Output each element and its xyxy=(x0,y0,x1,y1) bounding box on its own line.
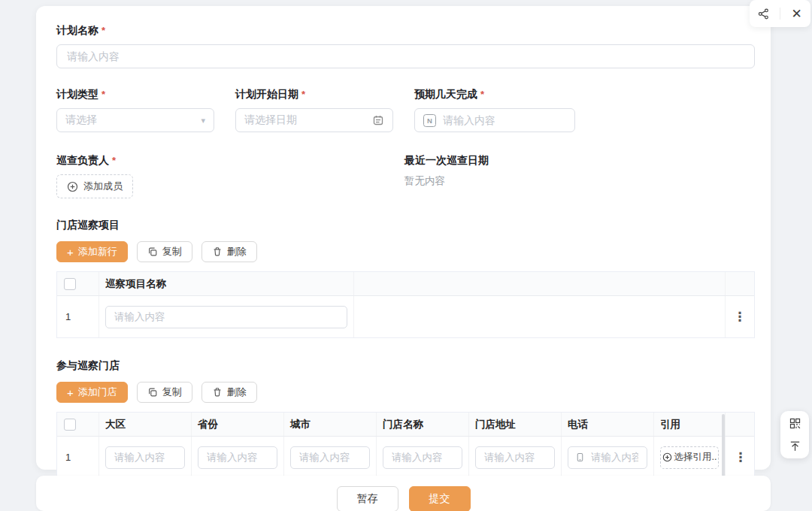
row-spacer xyxy=(354,296,726,337)
stores-section-toolbar: + 添加门店 复制 删除 xyxy=(56,382,755,403)
required-mark: * xyxy=(102,89,105,100)
city-input-field[interactable] xyxy=(298,451,362,464)
items-col-header: 巡察项目名称 xyxy=(99,272,354,295)
plan-name-label: 计划名称* xyxy=(56,23,755,38)
expected-days-label: 预期几天完成* xyxy=(414,86,575,102)
close-icon[interactable]: ✕ xyxy=(786,2,808,25)
calendar-icon xyxy=(372,114,384,126)
items-section-title: 门店巡察项目 xyxy=(56,219,755,232)
plan-name-input[interactable] xyxy=(56,44,755,68)
select-reference-button[interactable]: 选择引用.. xyxy=(660,446,719,469)
submit-button[interactable]: 提交 xyxy=(409,486,471,511)
items-table: 巡察项目名称 1 ⋮ xyxy=(56,271,755,338)
last-inspection-label: 最近一次巡查日期 xyxy=(404,153,489,168)
col-header-phone: 电话 xyxy=(562,413,654,436)
col-header-province: 省份 xyxy=(192,413,284,436)
stores-table-header: 大区 省份 城市 门店名称 门店地址 电话 引用 xyxy=(57,413,754,437)
select-all-checkbox[interactable] xyxy=(64,278,76,290)
expected-days-input-field[interactable] xyxy=(441,113,566,127)
last-inspection-empty: 暂无内容 xyxy=(404,174,489,188)
required-mark: * xyxy=(301,89,305,100)
row-more-icon[interactable]: ⋮ xyxy=(734,310,747,323)
row-index: 1 xyxy=(63,452,71,463)
col-header-store-name: 门店名称 xyxy=(377,413,469,436)
province-input-field[interactable] xyxy=(205,451,270,464)
address-input-field[interactable] xyxy=(483,451,547,464)
province-input[interactable] xyxy=(198,446,277,469)
phone-icon xyxy=(575,452,585,462)
items-section-toolbar: + 添加新行 复制 删除 xyxy=(56,241,755,262)
side-panel xyxy=(780,411,809,458)
trash-icon xyxy=(212,387,223,398)
start-date-placeholder: 请选择日期 xyxy=(244,113,367,127)
select-all-checkbox[interactable] xyxy=(64,419,76,431)
items-col-actions xyxy=(726,272,754,295)
col-header-city: 城市 xyxy=(284,413,377,436)
col-header-actions xyxy=(726,413,756,436)
plan-type-placeholder: 请选择 xyxy=(65,113,195,127)
items-col-spacer xyxy=(354,272,726,295)
form-row-3: 巡查负责人* 添加成员 最近一次巡查日期 暂无内容 xyxy=(56,153,755,199)
number-icon: N xyxy=(423,114,436,127)
required-mark: * xyxy=(102,25,105,36)
plan-name-input-field[interactable] xyxy=(65,50,746,63)
item-name-input[interactable] xyxy=(105,306,347,328)
add-store-button[interactable]: + 添加门店 xyxy=(56,382,128,403)
expected-days-input[interactable]: N xyxy=(414,108,575,132)
copy-icon xyxy=(147,387,158,398)
plus-icon: + xyxy=(67,387,74,398)
add-member-label: 添加成员 xyxy=(83,180,123,193)
form-row-2: 计划类型* 请选择 ▾ 计划开始日期* 请选择日期 xyxy=(56,86,755,132)
row-index: 1 xyxy=(63,311,71,322)
phone-input[interactable] xyxy=(568,446,647,469)
plan-type-label: 计划类型* xyxy=(56,86,214,102)
toolbar-divider xyxy=(780,8,780,20)
start-date-label: 计划开始日期* xyxy=(235,86,393,102)
required-mark: * xyxy=(480,89,484,100)
add-member-button[interactable]: 添加成员 xyxy=(56,174,133,198)
table-scrollbar[interactable] xyxy=(722,414,725,476)
delete-button[interactable]: 删除 xyxy=(201,241,257,262)
col-header-reference: 引用 xyxy=(654,413,726,436)
city-input[interactable] xyxy=(290,446,370,469)
col-header-region: 大区 xyxy=(99,413,192,436)
trash-icon xyxy=(212,246,223,257)
items-table-header: 巡察项目名称 xyxy=(57,272,754,296)
item-name-input-field[interactable] xyxy=(113,310,340,323)
required-mark: * xyxy=(112,155,116,166)
plus-icon: + xyxy=(67,246,74,258)
stores-section-title: 参与巡察门店 xyxy=(56,359,755,373)
start-date-picker[interactable]: 请选择日期 xyxy=(235,108,393,132)
copy-icon xyxy=(147,246,158,257)
window-toolbar: ✕ xyxy=(750,0,810,27)
back-to-top-icon[interactable] xyxy=(785,436,804,455)
copy-button[interactable]: 复制 xyxy=(137,382,192,403)
table-row: 1 ⋮ xyxy=(57,296,754,337)
row-more-icon[interactable]: ⋮ xyxy=(735,451,747,464)
chevron-down-icon: ▾ xyxy=(201,116,205,125)
stores-table: 大区 省份 城市 门店名称 门店地址 电话 引用 1 xyxy=(56,412,755,479)
footer-bar: 暂存 提交 xyxy=(36,476,771,511)
address-input[interactable] xyxy=(475,446,555,469)
store-name-input-field[interactable] xyxy=(390,451,455,464)
select-reference-label: 选择引用.. xyxy=(674,451,717,464)
circle-plus-icon xyxy=(67,181,78,192)
col-header-address: 门店地址 xyxy=(469,413,562,436)
add-row-button[interactable]: + 添加新行 xyxy=(56,241,128,262)
save-draft-button[interactable]: 暂存 xyxy=(337,486,398,511)
share-icon[interactable] xyxy=(752,2,774,25)
last-inspection-field: 最近一次巡查日期 暂无内容 xyxy=(404,153,489,188)
region-input-field[interactable] xyxy=(113,451,177,464)
region-input[interactable] xyxy=(105,446,185,469)
table-row: 1 xyxy=(57,437,754,478)
delete-button[interactable]: 删除 xyxy=(201,382,257,403)
circle-plus-icon xyxy=(662,452,672,462)
qr-code-icon[interactable] xyxy=(785,414,804,434)
form-card: 计划名称* 计划类型* 请选择 ▾ 计划开始日期* 请选择日期 xyxy=(36,6,771,470)
plan-type-select[interactable]: 请选择 ▾ xyxy=(56,108,214,132)
store-name-input[interactable] xyxy=(383,446,462,469)
copy-button[interactable]: 复制 xyxy=(137,241,192,262)
phone-input-field[interactable] xyxy=(589,451,640,464)
